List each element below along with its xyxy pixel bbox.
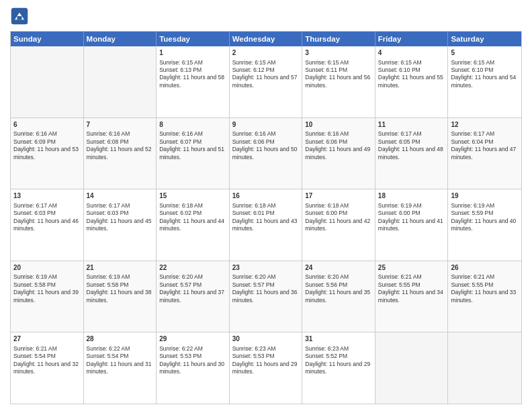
day-info: Sunset: 6:00 PM: [305, 210, 372, 217]
day-info: Sunset: 5:58 PM: [87, 281, 154, 289]
calendar-body: 1Sunrise: 6:15 AMSunset: 6:13 PMDaylight…: [11, 46, 521, 404]
day-info: Daylight: 11 hours and 54 minutes.: [451, 74, 519, 89]
day-number: 20: [13, 263, 81, 273]
calendar-header: SundayMondayTuesdayWednesdayThursdayFrid…: [11, 32, 521, 46]
day-info: Sunset: 5:52 PM: [305, 353, 372, 360]
day-info: Daylight: 11 hours and 49 minutes.: [305, 146, 372, 161]
calendar-cell: [448, 332, 521, 404]
day-info: Sunset: 5:54 PM: [87, 353, 154, 360]
day-info: Daylight: 11 hours and 56 minutes.: [305, 74, 372, 89]
day-info: Daylight: 11 hours and 58 minutes.: [159, 74, 226, 89]
calendar-cell: 15Sunrise: 6:18 AMSunset: 6:02 PMDayligh…: [157, 189, 230, 261]
calendar-row-4: 27Sunrise: 6:21 AMSunset: 5:54 PMDayligh…: [11, 332, 521, 404]
day-number: 12: [451, 120, 519, 130]
day-info: Sunrise: 6:20 AM: [232, 273, 300, 281]
calendar-cell: [11, 46, 84, 118]
calendar-cell: 10Sunrise: 6:16 AMSunset: 6:06 PMDayligh…: [302, 118, 375, 189]
day-number: 21: [87, 263, 154, 273]
calendar-cell: 16Sunrise: 6:18 AMSunset: 6:01 PMDayligh…: [230, 189, 303, 261]
day-info: Daylight: 11 hours and 45 minutes.: [87, 218, 154, 233]
day-info: Daylight: 11 hours and 32 minutes.: [13, 361, 81, 376]
calendar-row-1: 6Sunrise: 6:16 AMSunset: 6:09 PMDaylight…: [11, 118, 521, 190]
day-number: 28: [87, 334, 154, 344]
day-info: Sunset: 6:10 PM: [378, 66, 445, 74]
day-info: Sunrise: 6:17 AM: [87, 202, 154, 210]
day-number: 27: [13, 334, 81, 344]
day-info: Sunrise: 6:19 AM: [87, 273, 154, 281]
day-number: 4: [378, 48, 445, 58]
calendar-cell: 18Sunrise: 6:19 AMSunset: 6:00 PMDayligh…: [375, 189, 449, 261]
day-info: Daylight: 11 hours and 41 minutes.: [378, 218, 445, 233]
calendar-cell: 5Sunrise: 6:15 AMSunset: 6:10 PMDaylight…: [448, 46, 521, 118]
header-day-thursday: Thursday: [302, 32, 375, 46]
calendar-row-0: 1Sunrise: 6:15 AMSunset: 6:13 PMDaylight…: [11, 46, 521, 118]
calendar-cell: 31Sunrise: 6:23 AMSunset: 5:52 PMDayligh…: [302, 332, 375, 404]
day-number: 29: [159, 334, 226, 344]
day-number: 31: [305, 334, 372, 344]
calendar-cell: 20Sunrise: 6:19 AMSunset: 5:58 PMDayligh…: [11, 261, 84, 332]
day-info: Sunrise: 6:19 AM: [13, 273, 81, 281]
day-info: Daylight: 11 hours and 47 minutes.: [451, 146, 519, 161]
day-info: Daylight: 11 hours and 29 minutes.: [305, 361, 372, 376]
logo: [10, 7, 32, 26]
day-number: 2: [232, 48, 300, 58]
day-info: Sunrise: 6:21 AM: [451, 273, 519, 281]
calendar-cell: 3Sunrise: 6:15 AMSunset: 6:11 PMDaylight…: [302, 46, 375, 118]
day-info: Sunrise: 6:21 AM: [13, 345, 81, 353]
day-info: Sunset: 6:00 PM: [378, 210, 445, 217]
day-info: Sunset: 5:54 PM: [13, 353, 81, 360]
day-info: Sunset: 5:55 PM: [378, 281, 445, 289]
calendar-cell: 29Sunrise: 6:22 AMSunset: 5:53 PMDayligh…: [157, 332, 230, 404]
calendar-cell: 22Sunrise: 6:20 AMSunset: 5:57 PMDayligh…: [157, 261, 230, 332]
day-info: Sunrise: 6:22 AM: [87, 345, 154, 353]
day-info: Sunset: 6:07 PM: [159, 138, 226, 146]
calendar-cell: [375, 332, 449, 404]
calendar-cell: 7Sunrise: 6:16 AMSunset: 6:08 PMDaylight…: [84, 118, 157, 189]
day-info: Sunset: 5:57 PM: [159, 281, 226, 289]
day-number: 1: [159, 48, 226, 58]
day-info: Daylight: 11 hours and 38 minutes.: [87, 289, 154, 304]
day-number: 25: [378, 263, 445, 273]
day-info: Sunrise: 6:15 AM: [232, 59, 300, 66]
day-number: 8: [159, 120, 226, 130]
day-number: 7: [87, 120, 154, 130]
day-number: 17: [305, 191, 372, 201]
calendar-cell: 26Sunrise: 6:21 AMSunset: 5:55 PMDayligh…: [448, 261, 521, 332]
calendar-row-3: 20Sunrise: 6:19 AMSunset: 5:58 PMDayligh…: [11, 261, 521, 333]
day-info: Daylight: 11 hours and 53 minutes.: [13, 146, 81, 161]
header-day-monday: Monday: [84, 32, 157, 46]
header-day-tuesday: Tuesday: [157, 32, 230, 46]
calendar-cell: [84, 46, 157, 118]
svg-rect-2: [17, 16, 22, 19]
day-info: Sunrise: 6:20 AM: [159, 273, 226, 281]
calendar-cell: 21Sunrise: 6:19 AMSunset: 5:58 PMDayligh…: [84, 261, 157, 332]
logo-icon: [10, 7, 29, 26]
day-number: 6: [13, 120, 81, 130]
calendar-cell: 23Sunrise: 6:20 AMSunset: 5:57 PMDayligh…: [230, 261, 303, 332]
day-number: 19: [451, 191, 519, 201]
day-info: Sunrise: 6:18 AM: [159, 202, 226, 210]
calendar-cell: 6Sunrise: 6:16 AMSunset: 6:09 PMDaylight…: [11, 118, 84, 189]
day-info: Daylight: 11 hours and 43 minutes.: [232, 218, 300, 233]
day-info: Daylight: 11 hours and 30 minutes.: [159, 361, 226, 376]
calendar-row-2: 13Sunrise: 6:17 AMSunset: 6:03 PMDayligh…: [11, 189, 521, 261]
day-number: 26: [451, 263, 519, 273]
day-info: Sunset: 6:02 PM: [159, 210, 226, 217]
calendar-cell: 2Sunrise: 6:15 AMSunset: 6:12 PMDaylight…: [230, 46, 303, 118]
day-info: Daylight: 11 hours and 39 minutes.: [13, 289, 81, 304]
header-day-wednesday: Wednesday: [230, 32, 303, 46]
day-info: Daylight: 11 hours and 33 minutes.: [451, 289, 519, 304]
day-info: Sunset: 5:53 PM: [159, 353, 226, 360]
calendar-cell: 13Sunrise: 6:17 AMSunset: 6:03 PMDayligh…: [11, 189, 84, 261]
day-info: Sunrise: 6:15 AM: [305, 59, 372, 66]
day-info: Sunrise: 6:16 AM: [159, 130, 226, 138]
day-info: Daylight: 11 hours and 37 minutes.: [159, 289, 226, 304]
day-number: 3: [305, 48, 372, 58]
day-info: Sunrise: 6:15 AM: [451, 59, 519, 66]
day-number: 10: [305, 120, 372, 130]
day-number: 9: [232, 120, 300, 130]
day-info: Sunset: 6:05 PM: [378, 138, 445, 146]
calendar-cell: 9Sunrise: 6:16 AMSunset: 6:06 PMDaylight…: [230, 118, 303, 189]
day-info: Sunrise: 6:17 AM: [13, 202, 81, 210]
day-info: Sunrise: 6:22 AM: [159, 345, 226, 353]
